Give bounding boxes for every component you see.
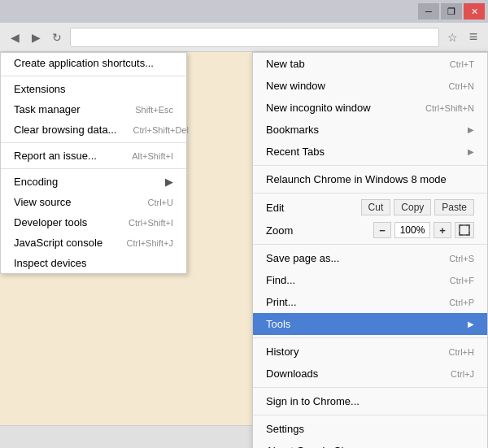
- separator: [253, 193, 487, 194]
- menu-item-find[interactable]: Find... Ctrl+F: [253, 269, 487, 291]
- tools-arrow-icon: ▶: [468, 320, 474, 328]
- maximize-button[interactable]: ❐: [441, 3, 462, 20]
- separator: [253, 387, 487, 388]
- menu-item-task-manager[interactable]: Task manager Shift+Esc: [1, 99, 186, 120]
- separator: [253, 337, 487, 338]
- copy-button[interactable]: Copy: [394, 199, 431, 215]
- separator: [1, 76, 186, 76]
- edit-row: Edit Cut Copy Paste: [253, 196, 487, 219]
- menu-item-encoding[interactable]: Encoding ▶: [1, 172, 186, 192]
- menu-item-about[interactable]: About Google Chrome: [253, 440, 487, 448]
- menu-item-developer-tools[interactable]: Developer tools Ctrl+Shift+I: [1, 212, 186, 233]
- menu-item-recent-tabs[interactable]: Recent Tabs ▶: [253, 141, 487, 163]
- zoom-value-display: 100%: [394, 222, 430, 238]
- zoom-plus-button[interactable]: +: [434, 222, 451, 238]
- zoom-minus-button[interactable]: −: [373, 222, 391, 238]
- encoding-arrow-icon: ▶: [165, 176, 173, 188]
- menu-item-new-tab[interactable]: New tab Ctrl+T: [253, 53, 487, 75]
- menu-item-tools[interactable]: Tools ▶: [253, 313, 487, 335]
- minimize-button[interactable]: ─: [418, 3, 439, 20]
- menu-item-extensions[interactable]: Extensions: [1, 79, 186, 99]
- menu-item-create-shortcuts[interactable]: Create application shortcuts...: [1, 53, 186, 73]
- menu-item-clear-browsing[interactable]: Clear browsing data... Ctrl+Shift+Del: [1, 120, 186, 140]
- menu-item-new-window[interactable]: New window Ctrl+N: [253, 75, 487, 97]
- bookmark-icon[interactable]: ☆: [444, 29, 460, 46]
- address-input[interactable]: [70, 28, 439, 47]
- forward-icon[interactable]: ▶: [28, 29, 44, 46]
- separator: [253, 244, 487, 245]
- menu-item-settings[interactable]: Settings: [253, 418, 487, 440]
- menu-item-print[interactable]: Print... Ctrl+P: [253, 291, 487, 313]
- separator: [1, 168, 186, 169]
- recent-tabs-arrow-icon: ▶: [468, 147, 474, 156]
- fullscreen-button[interactable]: [455, 222, 474, 238]
- menu-item-downloads[interactable]: Downloads Ctrl+J: [253, 363, 487, 385]
- menu-item-save-page[interactable]: Save page as... Ctrl+S: [253, 247, 487, 269]
- menu-item-sign-in[interactable]: Sign in to Chrome...: [253, 390, 487, 412]
- menus-container: Create application shortcuts... Extensio…: [0, 52, 488, 448]
- bookmarks-arrow-icon: ▶: [468, 125, 474, 134]
- zoom-row: Zoom − 100% +: [253, 219, 487, 241]
- menu-item-relaunch[interactable]: Relaunch Chrome in Windows 8 mode: [253, 168, 487, 190]
- svg-rect-0: [460, 225, 469, 235]
- menu-item-report-issue[interactable]: Report an issue... Alt+Shift+I: [1, 146, 186, 166]
- menu-item-inspect-devices[interactable]: Inspect devices: [1, 253, 186, 273]
- menu-item-new-incognito[interactable]: New incognito window Ctrl+Shift+N: [253, 97, 487, 119]
- reload-icon[interactable]: ↻: [49, 29, 65, 46]
- separator: [253, 165, 487, 166]
- back-icon[interactable]: ◀: [7, 29, 23, 46]
- separator: [253, 415, 487, 415]
- close-button[interactable]: ✕: [464, 3, 485, 20]
- menu-item-javascript-console[interactable]: JavaScript console Ctrl+Shift+J: [1, 233, 186, 253]
- menu-icon[interactable]: ≡: [465, 29, 481, 46]
- address-bar: ◀ ▶ ↻ ☆ ≡: [0, 23, 488, 52]
- tools-submenu: Create application shortcuts... Extensio…: [0, 52, 187, 274]
- titlebar: ─ ❐ ✕: [0, 0, 488, 23]
- menu-item-view-source[interactable]: View source Ctrl+U: [1, 192, 186, 212]
- menu-item-bookmarks[interactable]: Bookmarks ▶: [253, 119, 487, 141]
- chrome-menu: New tab Ctrl+T New window Ctrl+N New inc…: [252, 52, 488, 448]
- menu-item-history[interactable]: History Ctrl+H: [253, 341, 487, 363]
- separator: [1, 142, 186, 143]
- paste-button[interactable]: Paste: [434, 199, 474, 215]
- cut-button[interactable]: Cut: [361, 199, 391, 215]
